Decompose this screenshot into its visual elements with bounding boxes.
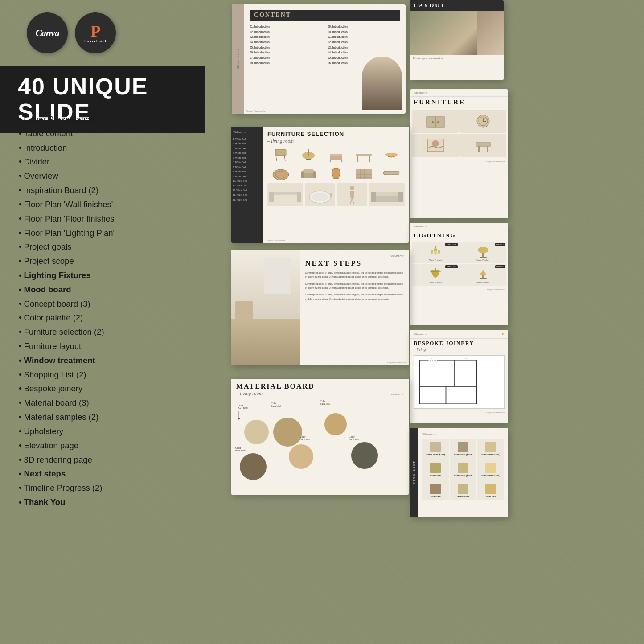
svg-rect-53 [350,191,354,198]
bullet-item-10: • Project scope [19,254,197,268]
svg-rect-74 [455,360,476,386]
swatch-label-4: ColorBack Wall [235,447,246,452]
bullet-item-4: • Overview [19,169,197,183]
furniture-sel-footer: Project Presentation [267,239,285,242]
armchair-icon [299,165,318,181]
svg-point-6 [437,121,439,123]
furn-sofa-2 [369,183,405,206]
shopping-item-5: Name Item ($250) [450,459,476,480]
bullet-item-0: • Cover Presentation [19,112,197,127]
bespoke-title: BESPOKE JOINERY [410,339,508,347]
svg-point-30 [273,169,289,180]
layout-image [410,11,504,55]
shopping-img-8 [458,484,468,494]
svg-point-63 [431,250,433,254]
lighting-title: LIGHTNING [410,230,508,240]
svg-line-54 [350,198,352,204]
content-header: CONTENT [250,10,400,21]
svg-rect-48 [297,192,301,202]
bullet-item-13: • Concept board (3) [19,297,197,311]
side-table-icon [472,137,494,153]
main-container: Canva P PowerPoint 40 UNIQUE SLIDE • Cov… [0,0,644,644]
bespoke-header: Slidename ✦ [410,330,508,339]
bullet-item-17: • Window treatment [19,353,197,368]
svg-marker-82 [238,418,240,420]
slide-lighting: Slidename LIGHTNING KITCHEN Name Product [410,223,508,325]
bullet-item-7: • Floor Plan 'Floor finishes' [19,212,197,226]
bullet-item-5: • Inspiration Board (2) [19,183,197,197]
furniture-items-grid [267,146,405,181]
bullet-item-1: • Table content [19,127,197,141]
nextsteps-para3: Lorem ipsum dolor sit amet, consectetur … [305,293,404,301]
furn-sel-item-1 [267,146,294,163]
bullet-item-22: • Upholstery [19,424,197,439]
svg-rect-44 [383,171,399,175]
slide-bespoke: Slidename ✦ BESPOKE JOINERY – living 4.5 [410,330,508,423]
pendant-light-icon [427,267,443,280]
floor-lamp-icon [475,245,491,258]
nextsteps-content: DD/MM/YY NEXT STEPS Lorem ipsum dolor si… [300,250,409,309]
bullet-item-19: • Bespoke joinery [19,381,197,396]
svg-point-5 [432,121,434,123]
slide-furniture-right: Slidename FURNITURE [410,89,508,218]
svg-point-64 [438,250,440,254]
bespoke-footer: Project Presentation [410,410,508,414]
furn-sofa-1 [267,183,303,206]
swatch-label-6: ColorBack Wall [349,435,359,441]
furn-figure [337,183,367,206]
light-cell-3: KITCHEN Name Product [412,264,459,286]
chandelier-icon [427,245,443,258]
project-presentation-label: Project Presentation [246,110,266,112]
svg-line-55 [352,198,354,204]
clock-decorative-icon [472,113,494,129]
light-cell-1: KITCHEN Name Product [412,242,459,263]
bullet-item-8: • Floor Plan 'Lighting Plan' [19,226,197,240]
stool-icon [271,147,291,163]
svg-rect-73 [420,360,455,386]
svg-line-17 [276,156,277,161]
nextsteps-para1: Lorem ipsum dolor sit amet, consectetur … [305,271,404,279]
bullet-item-15: • Furniture selection (2) [19,325,197,339]
svg-rect-67 [482,253,484,257]
svg-point-0 [489,14,501,26]
lighting-grid: KITCHEN Name Product OFFICE [410,240,508,287]
clock-icon [488,13,502,27]
furn-sel-item-6 [267,164,294,181]
svg-point-65 [434,250,437,255]
nextsteps-image [231,250,300,365]
svg-rect-75 [420,386,446,404]
furn-item-2 [459,110,506,133]
svg-rect-22 [330,154,342,156]
svg-rect-26 [356,154,372,156]
furn-item-4 [459,134,506,157]
sofa-icon [267,185,303,205]
left-panel: Canva P PowerPoint 40 UNIQUE SLIDE • Cov… [0,0,205,644]
nextsteps-title: NEXT STEPS [305,259,404,267]
svg-rect-72 [480,278,487,279]
furn-sel-item-8 [323,164,349,181]
cabinet-icon [425,113,446,129]
lighting-footer: Project Presentation [410,287,508,291]
bullet-item-11: • Lighting Fixtures [19,268,197,283]
shopping-main: Slidename Name Item ($200) Name Item ($2… [418,428,508,505]
svg-rect-13 [476,143,490,146]
svg-rect-76 [446,386,477,404]
swatch-3 [324,413,347,435]
swatch-2 [273,418,302,447]
svg-rect-59 [398,192,403,202]
table-lamp-icon [475,267,491,280]
slide-material: MATERIAL BOARD – living room DD/MM/YY Co… [231,379,409,495]
toc-arch-image [362,57,402,110]
svg-point-50 [312,193,328,201]
slide-content: Client Name CONTENT 01. Introduction 02.… [232,4,406,114]
bullet-item-18: • Shopping List (2) [19,368,197,382]
bullet-item-25: • Next steps [19,467,197,481]
bullet-item-6: • Floor Plan 'Wall finishes' [19,197,197,212]
rug-icon [271,165,291,181]
svg-rect-21 [306,159,311,160]
nextsteps-footer: Project Presentation [387,361,406,364]
bullet-item-9: • Project goals [19,240,197,254]
swatch-4 [240,453,267,480]
slide-furniture-selection: Slidename 1. White Bed 2. White Bed 3. W… [231,127,409,243]
swatch-1 [244,420,269,444]
